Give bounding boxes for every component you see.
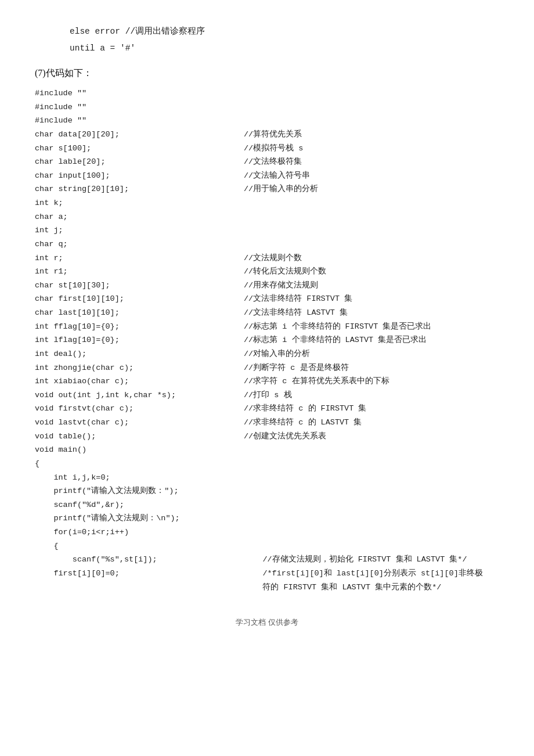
code-line: { [35, 457, 499, 471]
code-left: char input[100]; [35, 169, 244, 183]
code-comment: //存储文法规则，初始化 FIRSTVT 集和 LASTVT 集*/ [244, 553, 467, 567]
code-line: int r1;//转化后文法规则个数 [35, 265, 499, 279]
code-left: void firstvt(char c); [35, 402, 244, 416]
code-line: first[i][0]=0; /*first[i][0]和 last[i][0]… [35, 567, 499, 581]
code-left: scanf("%d",&r); [35, 498, 244, 512]
code-line: for(i=0;i<r;i++) [35, 525, 499, 539]
code-comment: //对输入串的分析 [244, 347, 310, 361]
code-left: int lflag[10]={0}; [35, 333, 244, 347]
code-line: int i,j,k=0; [35, 471, 499, 485]
code-line: void main() [35, 443, 499, 457]
code-comment: 符的 FIRSTVT 集和 LASTVT 集中元素的个数*/ [244, 581, 441, 595]
code-comment: //算符优先关系 [244, 128, 302, 142]
code-left: first[i][0]=0; [35, 567, 244, 581]
code-left: char st[10][30]; [35, 279, 244, 293]
intro-block: else error //调用出错诊察程序 until a = '#' [35, 23, 499, 57]
code-line: int fflag[10]={0};//标志第 i 个非终结符的 FIRSTVT… [35, 320, 499, 334]
code-line: char first[10][10];//文法非终结符 FIRSTVT 集 [35, 292, 499, 306]
code-comment: //打印 s 栈 [244, 388, 292, 402]
code-comment: //求非终结符 c 的 LASTVT 集 [244, 416, 362, 430]
code-left: int j; [35, 224, 244, 237]
code-left: scanf("%s",st[i]); [35, 553, 244, 567]
code-line: #include "" [35, 87, 499, 100]
code-line: void firstvt(char c);//求非终结符 c 的 FIRSTVT… [35, 402, 499, 416]
code-left: #include "" [35, 87, 244, 100]
code-line: printf("请输入文法规则：\n"); [35, 512, 499, 525]
footer-text: 学习文档 仅供参考 [236, 618, 298, 627]
code-left: char q; [35, 237, 244, 251]
code-line: char string[20][10];//用于输入串的分析 [35, 182, 499, 196]
code-line: char s[100];//模拟符号栈 s [35, 142, 499, 156]
code-left: int i,j,k=0; [35, 471, 244, 485]
code-comment: //求非终结符 c 的 FIRSTVT 集 [244, 402, 366, 416]
intro-line1: else error //调用出错诊察程序 [70, 23, 499, 40]
code-line: char last[10][10];//文法非终结符 LASTVT 集 [35, 306, 499, 320]
code-line: int k; [35, 196, 499, 210]
code-comment: //判断字符 c 是否是终极符 [244, 361, 349, 375]
code-left: #include "" [35, 114, 244, 128]
code-left: char string[20][10]; [35, 182, 244, 196]
code-left: char first[10][10]; [35, 292, 244, 306]
code-left: int k; [35, 196, 244, 210]
code-comment: //模拟符号栈 s [244, 142, 303, 156]
code-comment: //用于输入串的分析 [244, 182, 318, 196]
code-line: char q; [35, 237, 499, 251]
code-left: printf("请输入文法规则数："); [35, 484, 244, 498]
section-title: (7)代码如下： [35, 67, 499, 80]
code-comment: //转化后文法规则个数 [244, 265, 326, 279]
code-left: printf("请输入文法规则：\n"); [35, 512, 244, 525]
code-line: #include "" [35, 100, 499, 114]
code-line: int xiabiao(char c);//求字符 c 在算符优先关系表中的下标 [35, 375, 499, 388]
code-line: { [35, 539, 499, 553]
code-left: int deal(); [35, 347, 244, 361]
code-line: #include "" [35, 114, 499, 128]
code-comment: /*first[i][0]和 last[i][0]分别表示 st[i][0]非终… [244, 567, 483, 581]
code-left: char data[20][20]; [35, 128, 244, 142]
code-line: scanf("%d",&r); [35, 498, 499, 512]
code-left: void main() [35, 443, 244, 457]
code-comment: //文法规则个数 [244, 251, 302, 265]
code-left: #include "" [35, 100, 244, 114]
code-left: for(i=0;i<r;i++) [35, 525, 244, 539]
code-comment: //求字符 c 在算符优先关系表中的下标 [244, 375, 389, 388]
code-line: char data[20][20];//算符优先关系 [35, 128, 499, 142]
code-left: char a; [35, 210, 244, 224]
code-comment: //标志第 i 个非终结符的 LASTVT 集是否已求出 [244, 333, 427, 347]
code-left: void lastvt(char c); [35, 416, 244, 430]
code-line: printf("请输入文法规则数："); [35, 484, 499, 498]
code-line: char st[10][30];//用来存储文法规则 [35, 279, 499, 293]
code-comment: //文法终极符集 [244, 155, 302, 169]
code-left [35, 581, 244, 595]
code-left: int r1; [35, 265, 244, 279]
code-left: char last[10][10]; [35, 306, 244, 320]
footer: 学习文档 仅供参考 [35, 617, 499, 628]
code-line: int j; [35, 224, 499, 237]
code-left: char s[100]; [35, 142, 244, 156]
code-left: int xiabiao(char c); [35, 375, 244, 388]
code-line: int r;//文法规则个数 [35, 251, 499, 265]
code-line: char a; [35, 210, 499, 224]
code-line: scanf("%s",st[i]); //存储文法规则，初始化 FIRSTVT … [35, 553, 499, 567]
code-comment: //标志第 i 个非终结符的 FIRSTVT 集是否已求出 [244, 320, 431, 334]
code-comment: //用来存储文法规则 [244, 279, 318, 293]
code-line: void out(int j,int k,char *s);//打印 s 栈 [35, 388, 499, 402]
code-left: int fflag[10]={0}; [35, 320, 244, 334]
code-line: 符的 FIRSTVT 集和 LASTVT 集中元素的个数*/ [35, 581, 499, 595]
intro-line2: until a = '#' [70, 40, 499, 57]
code-block: #include ""#include ""#include ""char da… [35, 87, 499, 594]
code-left: void table(); [35, 430, 244, 444]
code-line: char lable[20];//文法终极符集 [35, 155, 499, 169]
code-line: int zhongjie(char c);//判断字符 c 是否是终极符 [35, 361, 499, 375]
code-left: void out(int j,int k,char *s); [35, 388, 244, 402]
code-line: int deal();//对输入串的分析 [35, 347, 499, 361]
code-left: { [35, 457, 244, 471]
code-left: char lable[20]; [35, 155, 244, 169]
code-comment: //文法非终结符 FIRSTVT 集 [244, 292, 352, 306]
code-line: int lflag[10]={0};//标志第 i 个非终结符的 LASTVT … [35, 333, 499, 347]
code-line: char input[100];//文法输入符号串 [35, 169, 499, 183]
code-comment: //创建文法优先关系表 [244, 430, 326, 444]
code-left: int r; [35, 251, 244, 265]
code-line: void table();//创建文法优先关系表 [35, 430, 499, 444]
code-line: void lastvt(char c);//求非终结符 c 的 LASTVT 集 [35, 416, 499, 430]
code-left: { [35, 539, 244, 553]
